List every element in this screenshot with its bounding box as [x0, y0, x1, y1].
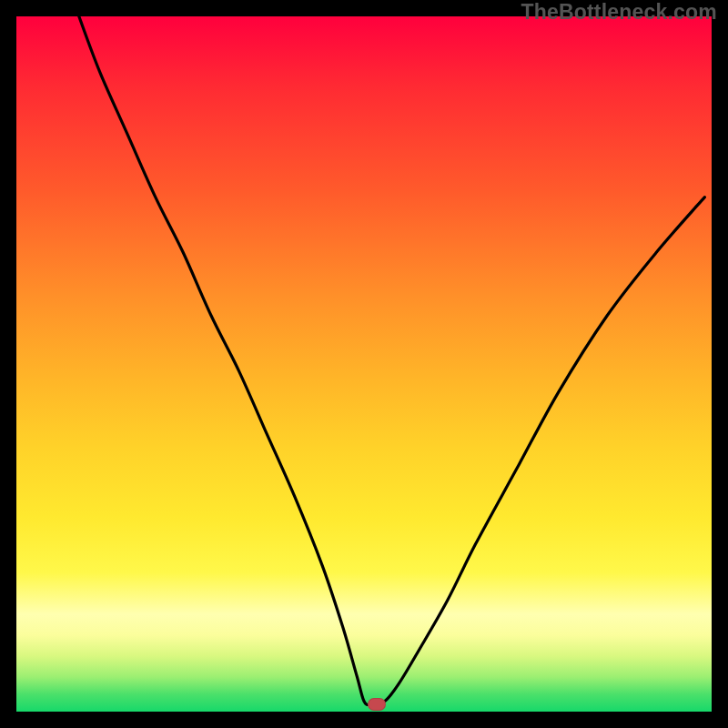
chart-frame: TheBottleneck.com: [0, 0, 728, 728]
plot-area: [16, 16, 712, 712]
result-marker: [368, 698, 386, 711]
bottleneck-curve: [79, 16, 705, 705]
curve-svg: [16, 16, 712, 712]
